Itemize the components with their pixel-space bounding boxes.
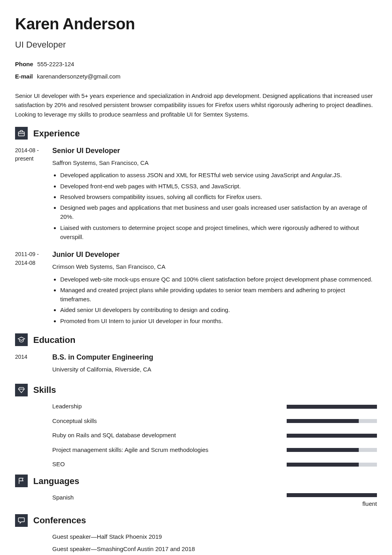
bullet-item: Aided senior UI developers by contributi… [60,305,377,314]
experience-header: Experience [15,127,377,140]
bullet-item: Promoted from UI Intern to junior UI dev… [60,316,377,325]
skill-label: Project management skills: Agile and Scr… [52,446,287,455]
skill-row: Leadership [52,402,377,411]
summary-text: Senior UI developer with 5+ years experi… [15,91,377,119]
languages-title: Languages [33,475,79,488]
skill-label: SEO [52,460,287,469]
skill-row: Project management skills: Agile and Scr… [52,446,377,455]
conferences-header: Conferences [15,514,377,527]
entry-degree: B.S. in Computer Engineering [52,352,377,363]
skill-row: Ruby on Rails and SQL database developme… [52,431,377,440]
skills-header: Skills [15,383,377,396]
email-row: E-mail karenandersonzety@gmail.com [15,72,377,81]
entry-bullets: Developed web-site mock-ups ensure QC an… [52,275,377,325]
experience-entry: 2014-08 - present Senior UI Developer Sa… [15,145,377,243]
skills-section: Skills LeadershipConceptual skillsRuby o… [15,383,377,469]
bullet-item: Liaised with customers to determine proj… [60,223,377,242]
conference-item: Guest speaker—SmashingConf Austin 2017 a… [52,545,377,554]
entry-bullets: Developed application to assess JSON and… [52,170,377,241]
diamond-icon [15,384,28,396]
bullet-item: Developed web-site mock-ups ensure QC an… [60,275,377,284]
flag-icon [15,475,28,487]
bullet-item: Managed and created project plans while … [60,285,377,304]
experience-title: Experience [33,127,80,140]
entry-company: Saffron Systems, San Francisco, CA [52,159,377,168]
skills-title: Skills [33,383,56,396]
candidate-title: UI Developer [15,38,377,51]
candidate-name: Karen Anderson [15,12,377,36]
bullet-item: Developed application to assess JSON and… [60,170,377,180]
skill-bar [287,434,377,438]
briefcase-icon [15,127,28,140]
entry-date: 2011-09 - 2014-08 [15,249,52,327]
languages-header: Languages [15,475,377,488]
entry-company: Crimson Web Systems, San Francisco, CA [52,262,377,272]
speech-bubble-icon [15,514,28,527]
skill-label: Leadership [52,402,287,411]
skill-bar [287,463,377,467]
skill-fill [287,448,359,452]
experience-section: Experience 2014-08 - present Senior UI D… [15,127,377,327]
bullet-item: Designed web pages and applications that… [60,203,377,222]
language-label: Spanish [52,493,287,502]
education-section: Education 2014 B.S. in Computer Engineer… [15,333,377,377]
education-entry: 2014 B.S. in Computer Engineering Univer… [15,352,377,377]
education-header: Education [15,333,377,346]
skill-row: SEO [52,460,377,469]
skill-fill [287,434,377,438]
conferences-title: Conferences [33,514,86,527]
entry-role: Junior UI Developer [52,249,377,260]
phone-row: Phone 555-2223-124 [15,60,377,69]
entry-date: 2014-08 - present [15,145,52,243]
skill-fill [287,419,359,423]
phone-label: Phone [15,60,33,69]
graduation-cap-icon [15,333,28,346]
language-level: fluent [287,500,377,509]
skill-label: Conceptual skills [52,417,287,426]
languages-section: Languages Spanish fluent [15,475,377,509]
email-value: karenandersonzety@gmail.com [37,73,120,80]
skill-bar [287,448,377,452]
experience-entry: 2011-09 - 2014-08 Junior UI Developer Cr… [15,249,377,327]
entry-role: Senior UI Developer [52,145,377,156]
bullet-item: Developed front-end web pages with HTML5… [60,182,377,191]
entry-date: 2014 [15,352,52,377]
skill-bar [287,419,377,423]
education-title: Education [33,333,75,346]
skill-fill [287,463,359,467]
svg-rect-0 [19,132,25,136]
conference-item: Guest speaker—Half Stack Phoenix 2019 [52,532,377,542]
skill-label: Ruby on Rails and SQL database developme… [52,431,287,440]
email-label: E-mail [15,72,33,81]
skill-row: Conceptual skills [52,417,377,426]
language-row: Spanish fluent [52,493,377,509]
skill-bar [287,405,377,409]
conferences-section: Conferences Guest speaker—Half Stack Pho… [15,514,377,553]
phone-value: 555-2223-124 [37,61,74,67]
bullet-item: Resolved browsers compatibility issues, … [60,192,377,201]
language-bar [287,493,377,497]
skill-fill [287,405,377,409]
entry-school: University of California, Riverside, CA [52,365,377,374]
